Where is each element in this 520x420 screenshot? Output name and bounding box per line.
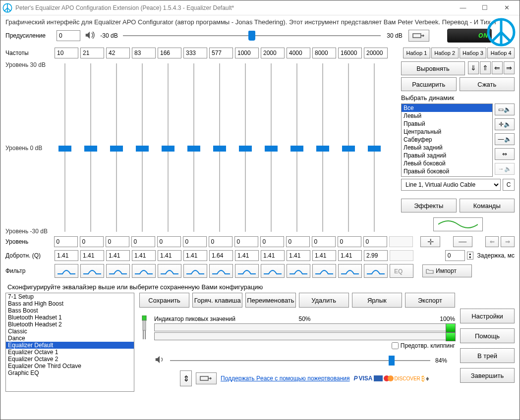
quality-input-5[interactable] [183,250,207,261]
eq-slider-12[interactable] [372,63,377,232]
preset-item[interactable]: Classic [6,328,134,335]
freq-input-5[interactable] [183,48,207,58]
volume-slider[interactable] [170,355,430,367]
eq-slider-3[interactable] [140,63,145,232]
speaker-item[interactable]: Правый [402,120,492,128]
quality-input-8[interactable] [261,250,285,261]
device-select[interactable]: Line 1, Virtual Audio Cable [401,179,501,191]
freq-input-11[interactable] [338,48,362,58]
export-button[interactable]: Экспорт [405,293,455,308]
align-button[interactable]: Выровнять [401,61,465,75]
filter-type-button-2[interactable] [106,264,130,278]
link-preamp-button[interactable] [408,30,429,42]
freq-input-1[interactable] [80,48,104,58]
effects-button[interactable]: Эффекты [401,199,457,212]
quality-input-10[interactable] [312,250,336,261]
set-button-3[interactable]: Набор 3 [460,48,487,58]
preset-item[interactable]: Graphic EQ [6,369,134,376]
import-button[interactable]: Импорт [422,264,472,277]
freq-input-9[interactable] [287,48,310,58]
level-input-9[interactable] [286,236,310,247]
eq-slider-0[interactable] [62,63,67,232]
level-input-2[interactable] [106,236,129,247]
speaker-item[interactable]: Левый [402,112,492,120]
arrow-down-button[interactable]: ⇓ [468,61,479,74]
filter-type-button-3[interactable] [132,264,156,278]
save-button[interactable]: Сохранить [139,293,189,308]
close-button[interactable]: ✕ [496,4,518,11]
preset-item[interactable]: Equalizer Octave 2 [6,356,134,363]
level-input-3[interactable] [131,236,155,247]
speaker-icon[interactable] [84,30,95,42]
freq-input-6[interactable] [209,48,233,58]
speaker-item[interactable]: Правый боковой [402,167,492,175]
set-button-4[interactable]: Набор 4 [487,48,515,58]
tray-button[interactable]: В трей [460,348,515,363]
preset-item[interactable]: Equalizer Default [6,342,134,349]
delay-input[interactable] [445,250,465,261]
preset-item[interactable]: Bluetooth Headset 2 [6,321,134,328]
help-button[interactable]: Помощь [460,328,515,343]
quality-input-2[interactable] [106,250,130,261]
preset-item[interactable]: 7-1 Setup [6,293,134,300]
filter-type-button-11[interactable] [338,264,362,278]
filter-type-button-6[interactable] [209,264,233,278]
settings-button[interactable]: Настройки [460,309,515,323]
eq-slider-7[interactable] [243,63,248,232]
quality-input-12[interactable] [364,250,388,261]
donate-link-button[interactable] [196,372,217,384]
speaker-item[interactable]: Левый задний [402,144,492,152]
freq-input-12[interactable] [364,48,388,58]
quality-input-4[interactable] [158,250,181,261]
freq-input-7[interactable] [235,48,259,58]
speaker-item[interactable]: Центральный [402,128,492,136]
hotkey-button[interactable]: Горяч. клавиша [192,293,242,308]
resize-handle[interactable]: ⇕ [180,370,192,386]
delay-down-button[interactable]: ▼ [467,256,473,259]
maximize-button[interactable]: ☐ [474,4,496,11]
delay-up-button[interactable]: ▲ [467,252,473,256]
level-input-11[interactable] [338,236,361,247]
quality-input-9[interactable] [287,250,310,261]
preset-item[interactable]: Bass Boost [6,307,134,314]
eq-slider-4[interactable] [166,63,171,232]
preset-item[interactable]: Equalizer Octave 1 [6,349,134,356]
filter-type-button-7[interactable] [235,264,259,278]
filter-type-button-10[interactable] [312,264,336,278]
delete-button[interactable]: Удалить [299,293,349,308]
arrow-right-button[interactable]: ⇒ [504,61,515,74]
level-minus-button[interactable]: — [453,236,472,247]
quality-input-1[interactable] [80,250,104,261]
eq-slider-10[interactable] [320,63,325,232]
filter-type-button-1[interactable] [80,264,104,278]
freq-input-10[interactable] [312,48,336,58]
level-input-0[interactable] [54,236,78,247]
rename-button[interactable]: Переименовать [245,293,295,308]
level-input-10[interactable] [312,236,336,247]
speaker-list[interactable]: ВсеЛевыйПравыйЦентральныйСабвуферЛевый з… [401,104,493,177]
quality-input-0[interactable] [55,250,78,261]
minimize-button[interactable]: — [452,4,474,11]
freq-input-4[interactable] [158,48,181,58]
device-clear-button[interactable]: С [503,179,515,191]
speaker-solo-button[interactable]: ▭🔈 [495,104,515,115]
eq-slider-6[interactable] [217,63,222,232]
speaker-item[interactable]: Все [402,104,492,112]
freq-input-2[interactable] [106,48,130,58]
set-button-1[interactable]: Набор 1 [403,48,430,58]
volume-icon[interactable] [154,354,165,367]
commands-button[interactable]: Команды [460,199,515,212]
level-input-12[interactable] [363,236,387,247]
preset-item[interactable]: Bass and High Boost [6,300,134,307]
quality-input-3[interactable] [132,250,156,261]
speaker-send-button[interactable]: →🔈 [495,163,515,175]
quality-input-7[interactable] [235,250,259,261]
eq-slider-5[interactable] [191,63,196,232]
shortcut-button[interactable]: Ярлык [352,293,402,308]
expand-button[interactable]: Расширить [401,77,457,91]
power-switch[interactable]: ON [447,29,492,43]
freq-input-0[interactable] [55,48,78,58]
preamp-value-input[interactable] [57,30,80,41]
freq-input-3[interactable] [132,48,156,58]
filter-type-button-8[interactable] [261,264,285,278]
